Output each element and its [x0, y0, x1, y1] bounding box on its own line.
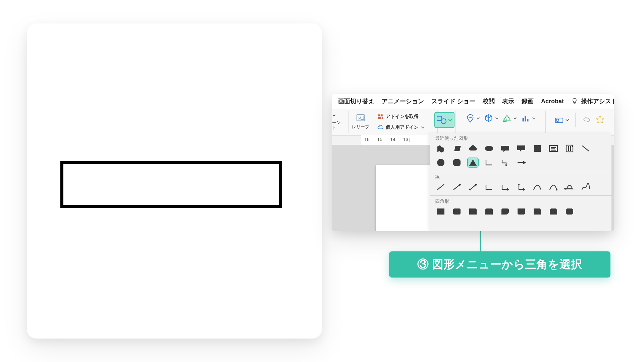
rect-2-icon[interactable]	[451, 206, 463, 217]
svg-point-15	[485, 146, 493, 151]
threed-models-button[interactable]	[484, 113, 499, 123]
icons-button[interactable]	[465, 113, 480, 123]
line-elbow-double-icon[interactable]	[516, 182, 527, 192]
svg-line-29	[453, 185, 460, 190]
relief-icon[interactable]: P	[356, 113, 366, 123]
chart-button[interactable]	[521, 113, 536, 123]
shape-speech-rect-icon[interactable]	[516, 143, 527, 154]
line-curve-icon[interactable]	[532, 182, 543, 192]
shapes-recent-row-2	[430, 156, 611, 170]
ribbon-group-truncated-left: ーン ト	[332, 111, 348, 133]
shape-connector-step-icon[interactable]	[499, 158, 511, 168]
relief-label: レリーフ	[352, 124, 369, 130]
rect-1-icon[interactable]	[435, 206, 446, 217]
svg-rect-31	[437, 208, 444, 215]
svg-rect-26	[453, 159, 461, 166]
action-button[interactable]	[595, 115, 605, 126]
rect-9-icon[interactable]	[564, 206, 575, 217]
shapes-section-rects-label: 四角形	[430, 196, 611, 205]
svg-line-28	[437, 184, 444, 190]
left-preview-card	[27, 23, 322, 339]
svg-rect-11	[525, 116, 526, 122]
svg-point-25	[437, 159, 444, 166]
instruction-callout: ③ 図形メニューから三角を選択	[389, 251, 610, 278]
shape-triangle-icon[interactable]	[467, 158, 479, 168]
lightbulb-icon	[571, 98, 578, 104]
instruction-callout-text: ③ 図形メニューから三角を選択	[417, 257, 582, 272]
shapes-section-lines-label: 線	[430, 172, 611, 181]
tab-review[interactable]: 校閲	[483, 97, 495, 105]
svg-rect-16	[534, 145, 541, 152]
rect-7-icon[interactable]	[532, 206, 543, 217]
tab-view[interactable]: 表示	[502, 97, 514, 105]
line-elbow-icon[interactable]	[483, 182, 495, 192]
line-elbow-arrow-icon[interactable]	[499, 182, 511, 192]
svg-point-8	[441, 119, 446, 124]
shape-speech-rounded-icon[interactable]	[499, 143, 511, 154]
rect-3-icon[interactable]	[467, 206, 479, 217]
svg-rect-3	[378, 114, 380, 116]
rect-8-icon[interactable]	[548, 206, 559, 217]
tab-animation[interactable]: アニメーション	[382, 97, 424, 105]
shape-freeform-icon[interactable]	[435, 143, 446, 154]
tab-record[interactable]: 録画	[522, 97, 534, 105]
tab-assist[interactable]: 操作アシスト	[571, 97, 614, 105]
shapes-lines-row	[430, 181, 611, 195]
shape-oval-icon[interactable]	[483, 143, 495, 154]
shapes-section-recent-label: 最近使った図形	[430, 133, 611, 142]
link-button[interactable]	[582, 115, 592, 126]
svg-rect-7	[437, 116, 442, 120]
tab-acrobat[interactable]: Acrobat	[541, 98, 564, 105]
shapes-dropdown-button[interactable]	[434, 112, 454, 128]
shape-line-diag-icon[interactable]	[580, 143, 591, 154]
cameo-button[interactable]	[554, 115, 569, 125]
svg-point-14	[556, 119, 559, 122]
chevron-down-icon[interactable]	[332, 113, 336, 117]
line-arrow-double-icon[interactable]	[467, 182, 479, 192]
svg-rect-10	[523, 118, 524, 121]
shape-parallelogram-icon[interactable]	[451, 143, 463, 154]
rect-6-icon[interactable]	[516, 206, 527, 217]
svg-rect-2	[361, 116, 364, 119]
store-icon	[377, 113, 384, 120]
tab-slideshow[interactable]: スライド ショー	[431, 97, 475, 105]
line-diag-icon[interactable]	[435, 182, 446, 192]
personal-addins-label: 個人用アドイン	[386, 124, 419, 130]
line-freeform-icon[interactable]	[580, 182, 591, 192]
get-addins-button[interactable]: アドインを取得	[377, 111, 419, 122]
shape-vertical-text-icon[interactable]	[564, 143, 575, 154]
line-arrow-single-icon[interactable]	[451, 182, 463, 192]
powerpoint-panel: 画面切り替え アニメーション スライド ショー 校閲 表示 録画 Acrobat…	[332, 94, 614, 231]
shape-circle-icon[interactable]	[435, 158, 446, 168]
tab-transition[interactable]: 画面切り替え	[338, 97, 374, 105]
rect-5-icon[interactable]	[499, 206, 511, 217]
svg-rect-6	[381, 117, 383, 119]
shapes-dropdown-panel: 最近使った図形 線	[430, 133, 611, 231]
personal-addins-button[interactable]: 個人用アドイン	[377, 122, 425, 133]
shape-square-icon[interactable]	[532, 143, 543, 154]
ribbon-group-shapes	[433, 111, 456, 133]
smartart-button[interactable]	[502, 113, 517, 123]
line-curve-arrow-icon[interactable]	[548, 182, 559, 192]
rect-4-icon[interactable]	[483, 206, 495, 217]
line-curve-double-icon[interactable]	[564, 182, 575, 192]
shape-textbox-icon[interactable]	[548, 143, 559, 154]
cloud-person-icon	[377, 124, 384, 131]
shapes-recent-row-1	[430, 142, 611, 156]
truncated-text-1: ーン	[332, 120, 341, 125]
shape-cloud-icon[interactable]	[467, 143, 479, 154]
svg-line-30	[470, 185, 476, 189]
ribbon-area: ーン ト P レリーフ アドインを取得	[332, 109, 614, 136]
truncated-text-2: ト	[332, 125, 336, 131]
shape-rounded-square-icon[interactable]	[451, 158, 463, 168]
ribbon-group-right	[545, 111, 614, 133]
tab-assist-label: 操作アシスト	[581, 98, 614, 105]
ruler-tick-13: 13	[403, 137, 409, 142]
black-rectangle-shape	[60, 161, 282, 208]
svg-line-24	[582, 146, 589, 151]
svg-text:P: P	[358, 116, 361, 120]
svg-rect-4	[381, 114, 383, 116]
shape-connector-square-icon[interactable]	[483, 158, 495, 168]
ribbon-tab-strip: 画面切り替え アニメーション スライド ショー 校閲 表示 録画 Acrobat…	[332, 94, 614, 109]
shape-arrow-right-icon[interactable]	[516, 158, 527, 168]
